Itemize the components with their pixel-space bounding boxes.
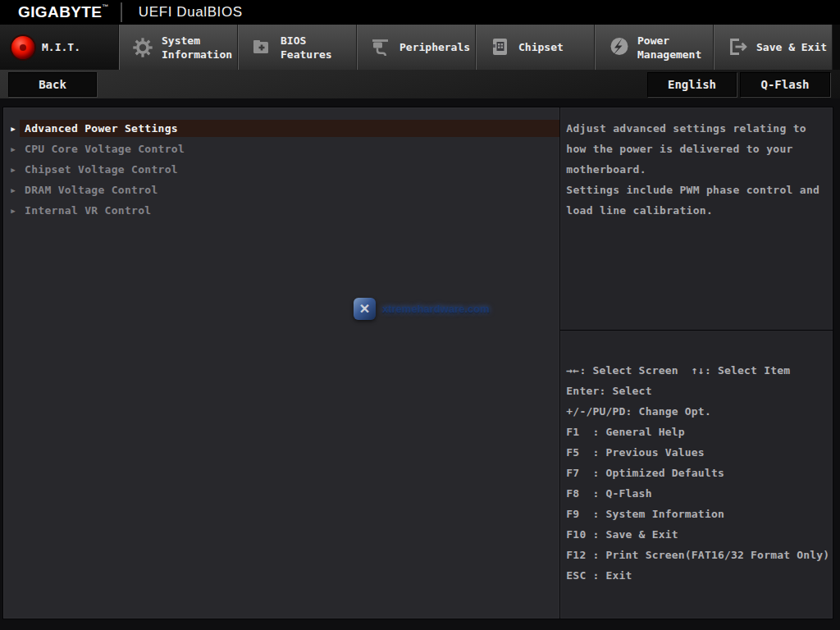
menu-item-internal-vr-control[interactable]: Internal VR Control [3, 200, 559, 221]
tab-mit[interactable]: M.I.T. [0, 25, 119, 70]
tab-system-information[interactable]: SystemInformation [119, 25, 238, 70]
tab-peripherals[interactable]: Peripherals [357, 25, 476, 70]
tab-label: BIOSFeatures [281, 34, 332, 62]
menu-item-advanced-power-settings[interactable]: Advanced Power Settings [3, 118, 559, 139]
tab-chipset[interactable]: Chipset [476, 25, 595, 70]
folder-plus-icon [249, 38, 275, 57]
menu-item-dram-voltage-control[interactable]: DRAM Voltage Control [3, 180, 559, 200]
key-legend: →←: Select Screen ↑↓: Select Item Enter:… [560, 331, 833, 619]
title-bar: GIGABYTE™ UEFI DualBIOS [0, 0, 840, 25]
toolbar: Back English Q-Flash [0, 70, 840, 98]
tab-save-exit[interactable]: Save & Exit [714, 25, 833, 70]
submenu-arrow-icon [7, 145, 20, 153]
tab-label: M.I.T. [42, 40, 80, 54]
qflash-button[interactable]: Q-Flash [740, 72, 830, 97]
lightning-icon [605, 36, 632, 58]
tab-label: PowerManagement [637, 34, 701, 62]
tab-label: SystemInformation [162, 34, 232, 62]
trademark-symbol: ™ [102, 3, 108, 11]
tab-bios-features[interactable]: BIOSFeatures [238, 25, 357, 70]
tab-label: Save & Exit [756, 40, 827, 54]
tab-label: Chipset [518, 40, 564, 54]
menu-item-chipset-voltage-control[interactable]: Chipset Voltage Control [3, 159, 559, 180]
tab-bar: M.I.T. SystemInformation BIOSFea [0, 25, 840, 70]
bios-title: UEFI DualBIOS [139, 4, 243, 21]
content-area: Advanced Power Settings CPU Core Voltage… [2, 107, 833, 619]
mit-red-indicator-icon [10, 36, 36, 59]
tab-power-management[interactable]: PowerManagement [595, 25, 714, 70]
submenu-arrow-icon [7, 125, 20, 133]
settings-menu-panel: Advanced Power Settings CPU Core Voltage… [3, 107, 560, 619]
gigabyte-logo: GIGABYTE™ [18, 3, 109, 21]
help-panel: Adjust advanced settings relating to how… [560, 107, 833, 619]
language-button[interactable]: English [647, 72, 737, 97]
peripheral-device-icon [368, 38, 394, 57]
submenu-arrow-icon [7, 207, 20, 215]
submenu-arrow-icon [7, 186, 20, 194]
back-button[interactable]: Back [8, 72, 97, 97]
item-help-text: Adjust advanced settings relating to how… [560, 107, 833, 331]
exit-icon [724, 38, 751, 57]
chip-icon [486, 37, 513, 57]
tab-label: Peripherals [399, 40, 470, 54]
divider [121, 2, 122, 22]
menu-item-cpu-core-voltage-control[interactable]: CPU Core Voltage Control [3, 139, 559, 159]
gear-icon [130, 37, 156, 58]
submenu-arrow-icon [7, 166, 20, 174]
